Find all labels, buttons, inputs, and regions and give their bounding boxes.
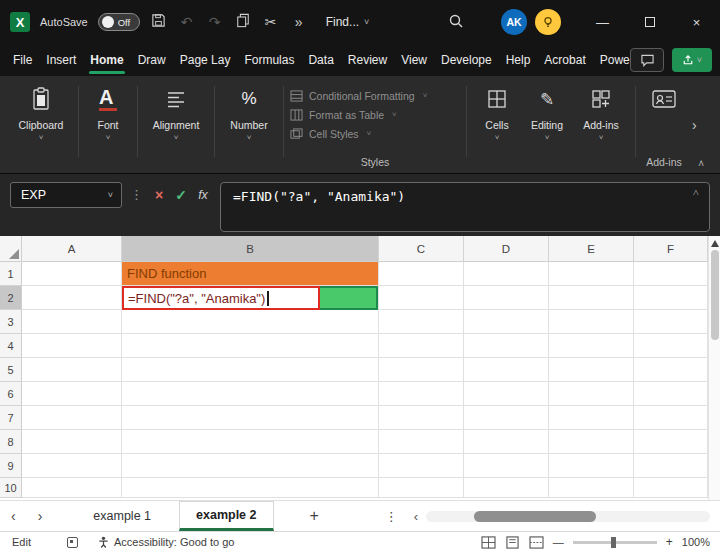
row-header-7[interactable]: 7: [0, 406, 22, 430]
addins-group[interactable]: Add-ins ˅: [573, 76, 629, 173]
tab-review[interactable]: Review: [341, 44, 394, 76]
scroll-up-icon[interactable]: [711, 240, 719, 247]
cell[interactable]: [464, 382, 549, 406]
zoom-percentage[interactable]: 100%: [682, 536, 710, 548]
tab-file[interactable]: File: [6, 44, 39, 76]
tab-draw[interactable]: Draw: [131, 44, 173, 76]
cell[interactable]: [634, 334, 708, 358]
cell[interactable]: [464, 334, 549, 358]
format-as-table-button[interactable]: Format as Table ˅: [290, 105, 460, 124]
cell[interactable]: [634, 478, 708, 498]
zoom-slider[interactable]: [573, 541, 657, 544]
cell-E1[interactable]: [549, 262, 634, 286]
cell[interactable]: [549, 406, 634, 430]
accessibility-status[interactable]: Accessibility: Good to go: [98, 536, 234, 548]
cell[interactable]: [379, 454, 464, 478]
autosave-toggle[interactable]: Off: [98, 13, 140, 31]
cell-A1[interactable]: [22, 262, 122, 286]
cell-C2[interactable]: [379, 286, 464, 310]
cell[interactable]: [464, 358, 549, 382]
column-header-E[interactable]: E: [549, 236, 634, 262]
row-header-4[interactable]: 4: [0, 334, 22, 358]
cell-styles-button[interactable]: Cell Styles ˅: [290, 124, 460, 143]
cell[interactable]: [122, 430, 379, 454]
cell[interactable]: [122, 334, 379, 358]
cell-F2[interactable]: [634, 286, 708, 310]
comments-button[interactable]: [630, 48, 664, 72]
number-group[interactable]: % Number ˅: [221, 76, 277, 173]
tab-help[interactable]: Help: [499, 44, 538, 76]
conditional-formatting-button[interactable]: Conditional Formatting ˅: [290, 86, 460, 105]
cell[interactable]: [464, 430, 549, 454]
zoom-slider-thumb[interactable]: [611, 537, 616, 548]
clipboard-group[interactable]: Clipboard ˅: [10, 76, 72, 173]
sheet-nav-left-icon[interactable]: ‹: [0, 508, 27, 524]
cell[interactable]: [22, 382, 122, 406]
column-header-D[interactable]: D: [464, 236, 549, 262]
horizontal-scrollbar[interactable]: [426, 511, 710, 522]
cell[interactable]: [634, 406, 708, 430]
cell-C1[interactable]: [379, 262, 464, 286]
cell[interactable]: [379, 382, 464, 406]
cell[interactable]: [634, 382, 708, 406]
tab-formulas[interactable]: Formulas: [237, 44, 301, 76]
row-header-8[interactable]: 8: [0, 430, 22, 454]
cell[interactable]: [22, 358, 122, 382]
row-header-2[interactable]: 2: [0, 286, 22, 310]
cell-F1[interactable]: [634, 262, 708, 286]
cell[interactable]: [549, 478, 634, 498]
find-dropdown[interactable]: Find... ˅: [326, 15, 370, 29]
cell[interactable]: [122, 358, 379, 382]
copy-icon[interactable]: [234, 13, 252, 31]
cell[interactable]: [549, 358, 634, 382]
formula-bar-collapse-icon[interactable]: ˄: [693, 186, 699, 199]
tab-home[interactable]: Home: [83, 44, 130, 76]
addins-secondary-group[interactable]: Add-ins: [642, 76, 686, 173]
cell-D2[interactable]: [464, 286, 549, 310]
row-header-3[interactable]: 3: [0, 310, 22, 334]
zoom-out-button[interactable]: —: [553, 536, 564, 548]
vertical-scrollbar[interactable]: [708, 236, 720, 500]
row-header-1[interactable]: 1: [0, 262, 22, 286]
column-header-F[interactable]: F: [634, 236, 708, 262]
cell[interactable]: [122, 478, 379, 498]
column-header-C[interactable]: C: [379, 236, 464, 262]
cell[interactable]: [549, 334, 634, 358]
cell[interactable]: [379, 406, 464, 430]
user-avatar[interactable]: AK: [501, 9, 527, 35]
cell[interactable]: [22, 430, 122, 454]
sheet-tab-example-2[interactable]: example 2: [179, 501, 273, 531]
cell[interactable]: [122, 406, 379, 430]
formula-bar-drag-handle[interactable]: ⋮: [130, 187, 143, 202]
column-header-B[interactable]: B: [122, 236, 379, 262]
cell[interactable]: [379, 310, 464, 334]
zoom-in-button[interactable]: +: [666, 535, 673, 549]
cell[interactable]: [464, 454, 549, 478]
cell[interactable]: [22, 454, 122, 478]
lightbulb-icon[interactable]: [535, 9, 561, 35]
font-group[interactable]: A Font ˅: [85, 76, 131, 173]
cell-B1[interactable]: FIND function: [122, 262, 379, 286]
row-header-10[interactable]: 10: [0, 478, 22, 498]
tab-acrobat[interactable]: Acrobat: [537, 44, 592, 76]
hscroll-left-icon[interactable]: ‹: [414, 509, 418, 524]
cell[interactable]: [464, 310, 549, 334]
cell[interactable]: [22, 478, 122, 498]
cell[interactable]: [122, 310, 379, 334]
cell[interactable]: [549, 430, 634, 454]
select-all-corner[interactable]: [0, 236, 22, 262]
normal-view-icon[interactable]: [481, 536, 496, 549]
cells-group[interactable]: Cells ˅: [473, 76, 521, 173]
cell[interactable]: [549, 310, 634, 334]
minimize-button[interactable]: —: [579, 0, 626, 44]
cell[interactable]: [464, 406, 549, 430]
sheet-options-icon[interactable]: ⋮: [385, 509, 398, 524]
row-header-9[interactable]: 9: [0, 454, 22, 478]
cell[interactable]: [549, 454, 634, 478]
cell-B2-edit-box[interactable]: =FIND("?a", "Anamika"): [122, 286, 320, 310]
formula-input[interactable]: =FIND("?a", "Anamika") ˄: [220, 182, 710, 232]
sheet-tab-example-1[interactable]: example 1: [79, 509, 165, 523]
toolbar-overflow-icon[interactable]: »: [290, 14, 308, 30]
cell-E2[interactable]: [549, 286, 634, 310]
sheet-nav-right-icon[interactable]: ›: [27, 508, 54, 524]
